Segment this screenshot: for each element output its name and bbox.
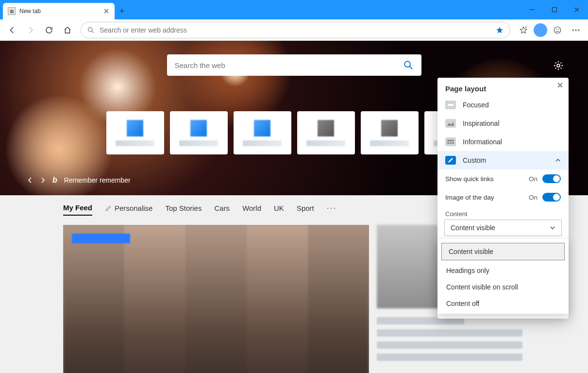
close-window-button[interactable] bbox=[566, 0, 588, 19]
feed-tab-personalise[interactable]: Personalise bbox=[105, 204, 152, 215]
inspirational-layout-icon bbox=[445, 119, 456, 128]
feed-hero-card[interactable] bbox=[63, 225, 369, 373]
quick-link-tile[interactable] bbox=[361, 111, 419, 154]
bing-logo-icon: b bbox=[52, 176, 57, 185]
dropdown-option-headings-only[interactable]: Headings only bbox=[439, 262, 567, 279]
svg-rect-14 bbox=[452, 142, 454, 144]
feed-tab-world[interactable]: World bbox=[242, 204, 261, 215]
quick-link-label bbox=[179, 140, 218, 146]
layout-option-inspirational[interactable]: Inspirational bbox=[437, 114, 569, 133]
toggle-state-text: On bbox=[529, 175, 538, 183]
maximize-button[interactable] bbox=[543, 0, 566, 19]
focused-layout-icon bbox=[445, 101, 456, 109]
popover-close-button[interactable] bbox=[557, 83, 563, 88]
layout-option-informational[interactable]: Informational bbox=[437, 133, 569, 151]
settings-menu-button[interactable] bbox=[568, 22, 584, 38]
feed-tab-sport[interactable]: Sport bbox=[297, 204, 314, 215]
feedback-smiley-button[interactable] bbox=[549, 22, 566, 38]
page-settings-gear-button[interactable] bbox=[553, 60, 564, 71]
chevron-down-icon bbox=[550, 225, 555, 231]
quick-link-icon bbox=[190, 120, 207, 136]
tab-close-button[interactable] bbox=[103, 8, 110, 15]
ticker-prev-button[interactable] bbox=[27, 177, 33, 183]
toggle-switch[interactable] bbox=[542, 174, 561, 183]
layout-option-label: Focused bbox=[463, 101, 489, 109]
layout-option-label: Informational bbox=[463, 138, 502, 146]
svg-point-9 bbox=[557, 64, 560, 67]
hero-search-input[interactable] bbox=[175, 61, 403, 69]
feed-tab-my-feed[interactable]: My Feed bbox=[63, 203, 92, 216]
svg-rect-10 bbox=[448, 104, 454, 106]
content-selected-value: Content visible bbox=[451, 224, 495, 232]
hero-search-icon[interactable] bbox=[403, 60, 414, 70]
quick-link-icon bbox=[127, 120, 143, 136]
svg-point-5 bbox=[572, 29, 573, 31]
ticker-headline[interactable]: Remember remember bbox=[64, 176, 131, 184]
dropdown-option-content-off[interactable]: Content off bbox=[439, 295, 567, 312]
quick-link-label bbox=[370, 140, 409, 146]
home-button[interactable] bbox=[59, 22, 76, 38]
feed-tab-top-stories[interactable]: Top Stories bbox=[165, 204, 202, 215]
quick-link-label bbox=[116, 140, 154, 146]
feed-hero-image bbox=[63, 225, 369, 373]
toggle-label: Show quick links bbox=[445, 175, 494, 183]
layout-option-focused[interactable]: Focused bbox=[437, 96, 569, 114]
minimize-button[interactable] bbox=[521, 0, 543, 19]
tab-title: New tab bbox=[19, 8, 99, 15]
svg-point-4 bbox=[558, 29, 559, 30]
layout-option-label: Inspirational bbox=[463, 119, 500, 127]
dropdown-option-content-visible-on-scroll[interactable]: Content visible on scroll bbox=[439, 279, 567, 295]
pencil-icon bbox=[105, 205, 112, 212]
browser-tab[interactable]: ▦ New tab bbox=[3, 3, 115, 19]
svg-point-2 bbox=[554, 27, 561, 34]
favorite-star-icon[interactable] bbox=[495, 26, 504, 34]
quick-link-tile[interactable] bbox=[106, 111, 164, 154]
svg-rect-12 bbox=[447, 142, 449, 144]
feed-tab-label: Personalise bbox=[115, 204, 152, 212]
news-ticker: b Remember remember bbox=[27, 176, 131, 185]
favorites-button[interactable] bbox=[515, 22, 532, 38]
feed-side-text bbox=[377, 317, 522, 361]
address-bar[interactable] bbox=[81, 22, 510, 38]
hero-search-box[interactable] bbox=[167, 54, 421, 76]
toggle-show-quick-links[interactable]: Show quick links On bbox=[437, 170, 569, 188]
popover-title: Page layout bbox=[437, 78, 569, 96]
toggle-state-text: On bbox=[529, 194, 538, 201]
content-dropdown[interactable]: Content visible bbox=[444, 220, 562, 236]
svg-point-1 bbox=[88, 27, 92, 31]
ticker-next-button[interactable] bbox=[40, 177, 46, 183]
new-tab-button[interactable]: + bbox=[115, 3, 129, 19]
layout-option-custom[interactable]: Custom bbox=[437, 151, 569, 170]
back-button[interactable] bbox=[4, 22, 20, 38]
dropdown-option-content-visible[interactable]: Content visible bbox=[441, 243, 565, 260]
svg-point-6 bbox=[575, 29, 576, 31]
quick-link-icon bbox=[318, 120, 334, 136]
layout-option-label: Custom bbox=[463, 156, 486, 164]
quick-link-tile[interactable] bbox=[170, 111, 228, 154]
custom-layout-icon bbox=[445, 156, 456, 165]
quick-link-label bbox=[243, 140, 282, 146]
quick-link-tile[interactable] bbox=[234, 111, 291, 154]
address-input[interactable] bbox=[100, 26, 490, 34]
svg-point-3 bbox=[556, 29, 557, 30]
browser-toolbar bbox=[0, 19, 588, 41]
toggle-switch[interactable] bbox=[542, 193, 561, 202]
feed-tab-cars[interactable]: Cars bbox=[214, 204, 230, 215]
feed-hero-badge bbox=[72, 234, 130, 243]
content-section-label: Content bbox=[437, 206, 569, 220]
svg-rect-0 bbox=[553, 8, 557, 12]
svg-point-7 bbox=[578, 29, 579, 31]
refresh-button[interactable] bbox=[41, 22, 57, 38]
svg-rect-13 bbox=[450, 142, 452, 144]
toggle-image-of-day[interactable]: Image of the day On bbox=[437, 188, 569, 206]
svg-rect-11 bbox=[447, 140, 454, 141]
feed-tab-more-button[interactable]: ··· bbox=[327, 203, 337, 216]
toggle-label: Image of the day bbox=[445, 194, 494, 201]
tab-favicon-icon: ▦ bbox=[8, 7, 16, 15]
forward-button[interactable] bbox=[22, 22, 39, 38]
quick-link-tile[interactable] bbox=[297, 111, 355, 154]
search-icon bbox=[87, 26, 95, 34]
chevron-up-icon bbox=[555, 157, 561, 163]
feed-tab-uk[interactable]: UK bbox=[274, 204, 284, 215]
profile-avatar[interactable] bbox=[534, 23, 547, 37]
